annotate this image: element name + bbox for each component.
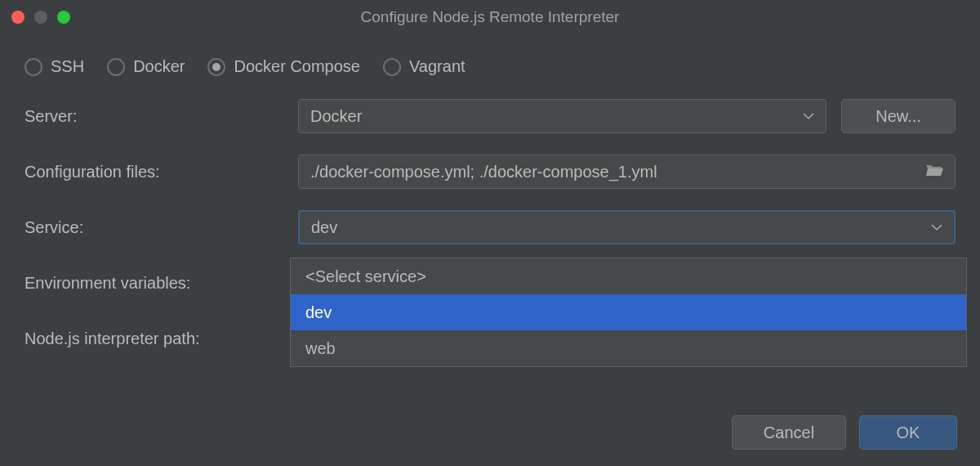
server-row: Server: Docker New... [24,99,956,133]
service-option-web[interactable]: web [291,330,966,366]
chevron-down-icon [931,223,942,231]
service-dropdown: <Select service> dev web [290,258,967,367]
radio-docker-label: Docker [133,57,185,76]
config-files-row: Configuration files: ./docker-compose.ym… [24,155,956,189]
radio-vagrant-label: Vagrant [409,57,466,76]
service-option-label: dev [305,303,332,322]
dialog-footer: Cancel OK [732,415,957,450]
titlebar: Configure Node.js Remote Interpreter [0,0,980,34]
server-select[interactable]: Docker [298,99,826,133]
service-label: Service: [24,218,298,237]
service-option-label: <Select service> [305,267,426,286]
close-window-button[interactable] [11,11,24,24]
interpreter-path-label: Node.js interpreter path: [24,329,298,348]
window-controls [11,11,70,24]
ok-button-label: OK [897,423,920,442]
cancel-button-label: Cancel [764,423,814,442]
service-row: Service: dev [24,210,956,244]
window-title: Configure Node.js Remote Interpreter [0,8,980,26]
radio-icon [207,58,225,76]
server-select-value: Docker [310,107,362,126]
maximize-window-button[interactable] [57,11,70,24]
folder-open-icon[interactable] [925,163,943,181]
radio-icon [107,58,125,76]
radio-icon [383,58,401,76]
radio-vagrant[interactable]: Vagrant [383,57,466,76]
radio-docker[interactable]: Docker [107,57,185,76]
config-files-value: ./docker-compose.yml; ./docker-compose_1… [310,163,657,181]
radio-ssh-label: SSH [51,57,84,76]
config-files-input[interactable]: ./docker-compose.yml; ./docker-compose_1… [298,155,956,189]
config-files-label: Configuration files: [24,163,298,181]
service-option-placeholder[interactable]: <Select service> [291,258,966,294]
interpreter-type-radios: SSH Docker Docker Compose Vagrant [24,57,956,76]
service-select-value: dev [311,218,337,237]
radio-ssh[interactable]: SSH [24,57,84,76]
radio-docker-compose[interactable]: Docker Compose [207,57,360,76]
minimize-window-button[interactable] [34,11,47,24]
radio-docker-compose-label: Docker Compose [234,57,360,76]
server-label: Server: [24,107,298,126]
service-option-label: web [305,339,336,358]
service-select[interactable]: dev [298,210,956,244]
radio-icon [24,58,42,76]
env-vars-label: Environment variables: [24,274,298,293]
cancel-button[interactable]: Cancel [732,415,846,450]
ok-button[interactable]: OK [859,415,957,450]
service-option-dev[interactable]: dev [291,294,966,330]
new-server-button[interactable]: New... [841,99,956,133]
chevron-down-icon [803,112,814,120]
new-server-button-label: New... [875,107,921,126]
